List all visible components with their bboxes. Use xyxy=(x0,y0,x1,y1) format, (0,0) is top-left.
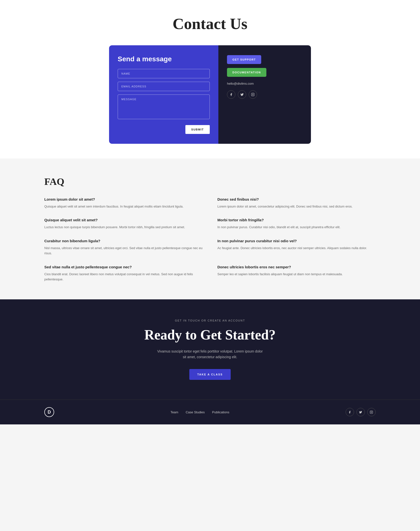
faq-answer: Luctus lectus non quisque turpis bibendu… xyxy=(44,225,203,230)
submit-button[interactable]: SUBMIT xyxy=(185,125,210,134)
footer-social-icons xyxy=(346,408,376,416)
faq-section: FAQ Lorem ipsum dolor sit amet? Quisque … xyxy=(0,159,420,299)
contact-form-heading: Send a message xyxy=(118,55,210,63)
message-input[interactable] xyxy=(118,95,210,119)
cta-eyebrow: GET IN TOUCH OR CREATE AN ACCOUNT xyxy=(10,319,410,322)
take-a-class-button[interactable]: TAKE A CLASS xyxy=(189,369,231,380)
faq-grid: Lorem ipsum dolor sit amet? Quisque aliq… xyxy=(44,197,376,282)
faq-answer: Lorem ipsum dolor sit amet, consectetur … xyxy=(217,204,376,209)
cta-heading: Ready to Get Started? xyxy=(10,327,410,343)
faq-item: Lorem ipsum dolor sit amet? Quisque aliq… xyxy=(44,197,203,209)
documentation-button[interactable]: DOCUMENTATION xyxy=(227,68,266,77)
faq-item: Donec ultricies lobortis eros nec semper… xyxy=(217,265,376,282)
footer-nav-case-studies[interactable]: Case Studies xyxy=(186,410,205,414)
social-icons xyxy=(227,90,257,99)
faq-answer: Cios blandit erat. Donec laoreet libero … xyxy=(44,272,203,282)
faq-item: In non pulvinar purus curabitur nisi odi… xyxy=(217,239,376,256)
faq-question: Donec ultricies lobortis eros nec semper… xyxy=(217,265,376,269)
faq-answer: Nisl massa, ultrices vitae ornare sit am… xyxy=(44,245,203,256)
svg-rect-2 xyxy=(370,411,373,414)
faq-question: Donec sed finibus nisi? xyxy=(217,197,376,201)
faq-answer: Quisque aliquet velit sit amet sem inter… xyxy=(44,204,203,209)
faq-question: Lorem ipsum dolor sit amet? xyxy=(44,197,203,201)
contact-info-side: GET SUPPORT DOCUMENTATION hello@divilms.… xyxy=(218,45,311,144)
footer-twitter-icon[interactable] xyxy=(356,408,365,416)
faq-item: Morbi tortor nibh fringilla? In non pulv… xyxy=(217,218,376,230)
faq-question: Morbi tortor nibh fringilla? xyxy=(217,218,376,222)
instagram-icon[interactable] xyxy=(249,90,257,99)
contact-email: hello@divilms.com xyxy=(227,82,254,85)
page-title: Contact Us xyxy=(5,15,415,33)
facebook-icon[interactable] xyxy=(227,90,235,99)
faq-item: Donec sed finibus nisi? Lorem ipsum dolo… xyxy=(217,197,376,209)
contact-section: Send a message SUBMIT GET SUPPORT DOCUME… xyxy=(0,45,420,159)
footer-nav: TeamCase StudiesPublications xyxy=(170,410,229,414)
faq-question: Curabitur non bibendum ligula? xyxy=(44,239,203,243)
svg-rect-0 xyxy=(251,93,254,96)
faq-answer: Ac feugiat ante. Donec ultricies loborti… xyxy=(217,245,376,251)
page-title-section: Contact Us xyxy=(0,0,420,45)
footer-nav-publications[interactable]: Publications xyxy=(212,410,229,414)
footer-instagram-icon[interactable] xyxy=(367,408,376,416)
footer: D TeamCase StudiesPublications xyxy=(0,400,420,424)
cta-section: GET IN TOUCH OR CREATE AN ACCOUNT Ready … xyxy=(0,299,420,400)
faq-question: Sed vitae nulla et justo pellentesque co… xyxy=(44,265,203,269)
faq-item: Quisque aliquet velit sit amet? Luctus l… xyxy=(44,218,203,230)
name-input[interactable] xyxy=(118,69,210,78)
footer-logo: D xyxy=(44,407,54,417)
contact-card: Send a message SUBMIT GET SUPPORT DOCUME… xyxy=(109,45,311,144)
cta-description: Vivamus suscipit tortor eget felis portt… xyxy=(156,349,264,360)
faq-answer: In non pulvinar purus. Curabitur nisi od… xyxy=(217,225,376,230)
footer-facebook-icon[interactable] xyxy=(346,408,354,416)
faq-question: Quisque aliquet velit sit amet? xyxy=(44,218,203,222)
contact-form-side: Send a message SUBMIT xyxy=(109,45,218,144)
faq-item: Curabitur non bibendum ligula? Nisl mass… xyxy=(44,239,203,256)
submit-row: SUBMIT xyxy=(118,125,210,134)
faq-item: Sed vitae nulla et justo pellentesque co… xyxy=(44,265,203,282)
faq-answer: Semper leo et sapien lobortis facilisis … xyxy=(217,272,376,277)
twitter-icon[interactable] xyxy=(238,90,246,99)
faq-question: In non pulvinar purus curabitur nisi odi… xyxy=(217,239,376,243)
get-support-button[interactable]: GET SUPPORT xyxy=(227,55,261,64)
faq-title: FAQ xyxy=(44,176,376,187)
email-input[interactable] xyxy=(118,82,210,91)
footer-nav-team[interactable]: Team xyxy=(170,410,178,414)
